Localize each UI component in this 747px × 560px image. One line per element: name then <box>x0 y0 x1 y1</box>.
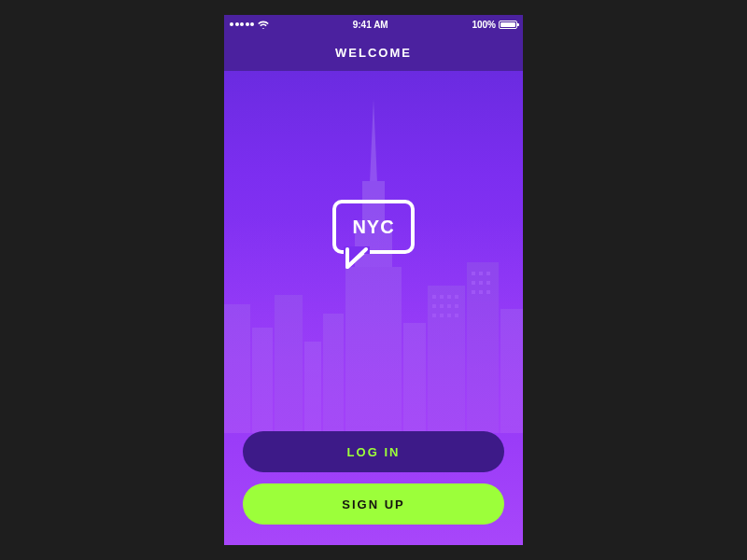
svg-rect-17 <box>455 295 458 299</box>
phone-frame: 9:41 AM 100% WELCOME <box>224 15 523 545</box>
svg-rect-33 <box>479 290 483 294</box>
svg-rect-19 <box>440 304 444 308</box>
svg-rect-10 <box>403 323 426 433</box>
battery-icon <box>499 21 517 29</box>
svg-rect-4 <box>345 267 402 433</box>
speech-bubble-icon: NYC <box>331 198 416 273</box>
svg-rect-21 <box>455 304 458 308</box>
svg-rect-9 <box>323 314 344 433</box>
svg-rect-31 <box>486 281 490 285</box>
svg-rect-24 <box>447 314 451 317</box>
bottom-actions: LOG IN SIGN UP <box>224 431 523 545</box>
svg-rect-22 <box>432 314 436 317</box>
svg-rect-29 <box>472 281 475 285</box>
status-left <box>230 21 269 29</box>
page-title: WELCOME <box>335 46 412 60</box>
svg-rect-12 <box>467 262 499 433</box>
wifi-icon <box>258 21 269 29</box>
logo: NYC <box>331 198 416 276</box>
svg-rect-27 <box>479 272 483 275</box>
svg-rect-13 <box>500 309 523 433</box>
signal-dots-icon <box>230 22 254 26</box>
svg-rect-18 <box>432 304 436 308</box>
svg-rect-25 <box>455 314 458 317</box>
status-bar: 9:41 AM 100% <box>224 15 523 34</box>
svg-rect-34 <box>486 290 490 294</box>
svg-rect-32 <box>472 290 475 294</box>
logo-text: NYC <box>352 217 394 237</box>
svg-rect-28 <box>486 272 490 275</box>
signup-button[interactable]: SIGN UP <box>243 483 504 525</box>
svg-rect-30 <box>479 281 483 285</box>
login-button[interactable]: LOG IN <box>243 431 504 472</box>
svg-rect-20 <box>447 304 451 308</box>
status-right: 100% <box>472 20 517 30</box>
svg-rect-7 <box>275 295 303 433</box>
svg-rect-6 <box>252 328 273 433</box>
svg-rect-8 <box>304 342 321 433</box>
svg-rect-15 <box>440 295 444 299</box>
svg-rect-5 <box>224 304 250 433</box>
status-time: 9:41 AM <box>353 20 388 30</box>
nav-bar: WELCOME <box>224 34 523 71</box>
hero: NYC <box>224 71 523 433</box>
battery-pct: 100% <box>472 20 496 30</box>
svg-rect-14 <box>432 295 436 299</box>
svg-rect-16 <box>447 295 451 299</box>
svg-rect-23 <box>440 314 444 317</box>
svg-rect-26 <box>472 272 475 275</box>
